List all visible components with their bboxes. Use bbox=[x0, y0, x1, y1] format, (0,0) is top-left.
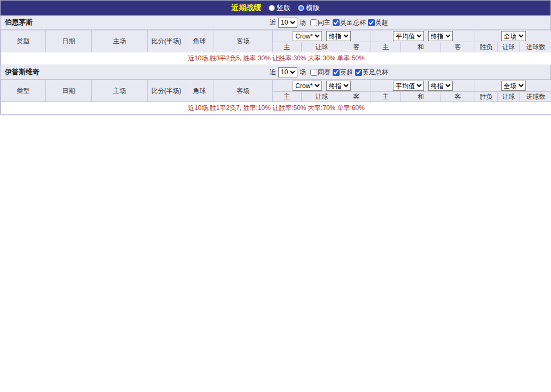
col-avg-draw: 和 bbox=[401, 92, 441, 102]
filter-bar: 近 10 场 同赛英超英足总杯 bbox=[107, 67, 550, 77]
col-corner: 角球 bbox=[185, 80, 214, 102]
col-avg-draw: 和 bbox=[401, 42, 441, 52]
horizontal-radio-label: 横版 bbox=[306, 3, 320, 13]
fullmatch-header: 全场 bbox=[475, 80, 551, 92]
col-home: 主场 bbox=[92, 30, 148, 52]
col-date: 日期 bbox=[46, 80, 92, 102]
fullmatch-select[interactable]: 全场 bbox=[501, 31, 526, 41]
col-away: 客场 bbox=[214, 80, 273, 102]
page-title: 近期战绩 bbox=[231, 3, 261, 13]
average-odds-header: 平均值 终指 bbox=[371, 80, 475, 92]
horizontal-radio[interactable] bbox=[298, 5, 304, 11]
avg-time-select[interactable]: 终指 bbox=[428, 31, 453, 41]
checkbox[interactable] bbox=[333, 69, 340, 76]
col-odds-handicap: 让球 bbox=[302, 42, 342, 52]
col-odds-handicap: 让球 bbox=[302, 92, 342, 102]
col-corner: 角球 bbox=[185, 30, 214, 52]
filter-label: 英超 bbox=[375, 18, 388, 27]
summary-row: 近10场,胜1平2负7, 胜率:10% 让胜率:50% 大率:70% 单率:60… bbox=[1, 102, 551, 115]
competition-filters: 同赛英超英足总杯 bbox=[308, 68, 388, 77]
summary-row: 近10场,胜3平2负5, 胜率:30% 让胜率:30% 大率:30% 单率:50… bbox=[1, 52, 551, 65]
bookmaker-select[interactable]: Crow* bbox=[293, 31, 322, 41]
col-handicap-result: 让球 bbox=[498, 42, 520, 52]
filter-bar: 近 10 场 同主英足总杯英超 bbox=[107, 18, 550, 28]
col-result: 胜负 bbox=[475, 42, 498, 52]
col-odds-home: 主 bbox=[273, 42, 302, 52]
competition-filters: 同主英足总杯英超 bbox=[308, 18, 388, 27]
team-section-ipswich: 伊普斯维奇 近 10 场 同赛英超英足总杯 类型 日期 主场 比分(半场) bbox=[1, 65, 550, 115]
filter-label: 英足总杯 bbox=[340, 18, 366, 27]
col-score: 比分(半场) bbox=[148, 30, 185, 52]
section-titlebar: 伯恩茅斯 近 10 场 同主英足总杯英超 bbox=[1, 15, 550, 30]
team-name: 伯恩茅斯 bbox=[1, 18, 107, 27]
col-home: 主场 bbox=[92, 80, 148, 102]
match-count-select[interactable]: 10 bbox=[278, 18, 297, 28]
fullmatch-header: 全场 bbox=[475, 30, 551, 42]
team-section-bournemouth: 伯恩茅斯 近 10 场 同主英足总杯英超 类型 日期 主场 比分(半场) bbox=[1, 15, 550, 65]
filter-label: 同主 bbox=[318, 18, 330, 27]
checkbox[interactable] bbox=[310, 19, 317, 26]
col-odds-home: 主 bbox=[273, 92, 302, 102]
col-score: 比分(半场) bbox=[148, 80, 185, 102]
filter-checkbox[interactable]: 同主 bbox=[310, 18, 330, 27]
filter-checkbox[interactable]: 英超 bbox=[368, 18, 388, 27]
col-avg-away: 客 bbox=[441, 92, 475, 102]
vertical-radio-label: 竖版 bbox=[277, 3, 290, 13]
col-goals: 进球数 bbox=[520, 42, 551, 52]
col-date: 日期 bbox=[46, 30, 92, 52]
odds-time-select[interactable]: 终指 bbox=[326, 31, 351, 41]
filter-label: 英超 bbox=[340, 68, 353, 77]
average-select[interactable]: 平均值 bbox=[393, 81, 424, 91]
average-select[interactable]: 平均值 bbox=[393, 31, 424, 41]
checkbox[interactable] bbox=[355, 69, 362, 76]
col-avg-home: 主 bbox=[371, 92, 401, 102]
col-handicap-result: 让球 bbox=[498, 92, 520, 102]
col-type: 类型 bbox=[1, 80, 46, 102]
checkbox[interactable] bbox=[333, 19, 340, 26]
bookmaker-select[interactable]: Crow* bbox=[293, 81, 322, 91]
col-avg-home: 主 bbox=[371, 42, 401, 52]
match-count-select[interactable]: 10 bbox=[278, 67, 297, 77]
filter-checkbox[interactable]: 同赛 bbox=[310, 68, 330, 77]
layout-radio-vertical[interactable]: 竖版 bbox=[269, 3, 290, 13]
near-label: 近 bbox=[270, 18, 276, 27]
col-odds-away: 客 bbox=[342, 42, 371, 52]
matches-table: 类型 日期 主场 比分(半场) 角球 客场 Crow* 终指 平均值 终指 bbox=[1, 30, 551, 65]
near-label: 近 bbox=[270, 68, 276, 77]
odds-source-header: Crow* 终指 bbox=[273, 80, 371, 92]
col-result: 胜负 bbox=[475, 92, 498, 102]
col-type: 类型 bbox=[1, 30, 46, 52]
odds-time-select[interactable]: 终指 bbox=[326, 81, 351, 91]
games-label: 场 bbox=[300, 18, 306, 27]
section-titlebar: 伊普斯维奇 近 10 场 同赛英超英足总杯 bbox=[1, 65, 550, 80]
average-odds-header: 平均值 终指 bbox=[371, 30, 475, 42]
filter-label: 英足总杯 bbox=[363, 68, 388, 77]
col-goals: 进球数 bbox=[520, 92, 551, 102]
filter-checkbox[interactable]: 英足总杯 bbox=[333, 18, 366, 27]
checkbox[interactable] bbox=[368, 19, 375, 26]
recent-results-page: 近期战绩 竖版 横版 伯恩茅斯 近 10 场 同主英足总杯英超 bbox=[0, 0, 551, 115]
vertical-radio[interactable] bbox=[269, 5, 275, 11]
col-odds-away: 客 bbox=[342, 92, 371, 102]
odds-source-header: Crow* 终指 bbox=[273, 30, 371, 42]
filter-label: 同赛 bbox=[318, 68, 330, 77]
matches-table: 类型 日期 主场 比分(半场) 角球 客场 Crow* 终指 平均值 终指 bbox=[1, 80, 551, 115]
team-name: 伊普斯维奇 bbox=[1, 67, 107, 77]
col-away: 客场 bbox=[214, 30, 273, 52]
fullmatch-select[interactable]: 全场 bbox=[501, 81, 526, 91]
checkbox[interactable] bbox=[310, 69, 317, 76]
filter-checkbox[interactable]: 英足总杯 bbox=[355, 68, 388, 77]
topbar: 近期战绩 竖版 横版 bbox=[1, 1, 550, 15]
games-label: 场 bbox=[300, 68, 306, 77]
avg-time-select[interactable]: 终指 bbox=[428, 81, 453, 91]
filter-checkbox[interactable]: 英超 bbox=[333, 68, 353, 77]
col-avg-away: 客 bbox=[441, 42, 475, 52]
layout-radio-horizontal[interactable]: 横版 bbox=[298, 3, 320, 13]
